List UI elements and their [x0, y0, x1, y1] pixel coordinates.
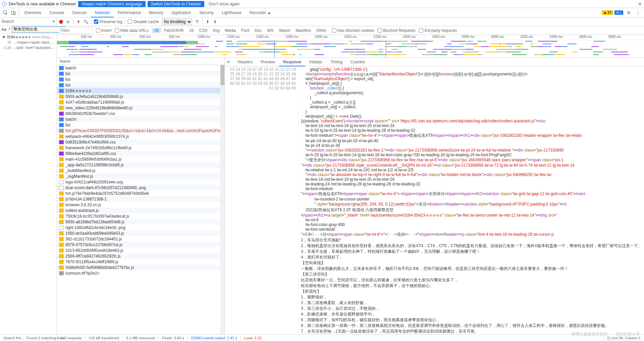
match-case-toggle[interactable]: Aa [1, 27, 6, 32]
request-row[interactable]: list [57, 82, 224, 88]
type-chip-wasm[interactable]: Wasm [277, 28, 293, 33]
detail-tab-timing[interactable]: Timing [326, 58, 346, 66]
detail-tab-cookies[interactable]: Cookies [346, 58, 369, 66]
throttling-select[interactable]: No throttling [162, 18, 192, 25]
request-row[interactable]: main-41c5869fe53bfb89cba1.js [57, 156, 224, 162]
request-row[interactable]: 4247-e5d9cda9aa71198996a0.js [57, 99, 224, 105]
third-party-checkbox[interactable]: 3rd-party requests [419, 28, 457, 33]
search-icon[interactable]: 🔍 [84, 19, 88, 24]
request-row[interactable]: 1513-651b0936f61ed418e463.js [57, 247, 224, 253]
filter-icon[interactable]: ▼ [76, 19, 81, 24]
request-row[interactable]: 362-d11b1731b072dc284451.js [57, 236, 224, 242]
request-row[interactable]: 5500-acfe6a2a5228b6059b90.js [57, 94, 224, 99]
disable-cache-checkbox[interactable]: Disable cache [128, 19, 159, 24]
type-chip-doc[interactable]: Doc [252, 28, 264, 33]
tab-elements[interactable]: Elements [20, 8, 45, 17]
request-row[interactable]: 8576-57573c6cc227bfe007ce.js [57, 242, 224, 247]
request-row[interactable]: js?id=UA-138671306-1 [57, 196, 224, 202]
search-result-line[interactable]: 39...</span><span class="tw-mx-... [0, 40, 57, 45]
inspect-element-icon[interactable] [1, 9, 9, 17]
request-row[interactable]: 98be4ae4239a2d81af95.css [57, 151, 224, 156]
request-row[interactable]: _ssgManifest.js [57, 173, 224, 179]
type-chip-ws[interactable]: WS [265, 28, 276, 33]
regex-toggle[interactable]: .* [8, 27, 10, 32]
scrollbar[interactable] [220, 65, 224, 334]
type-chip-img[interactable]: Img [210, 28, 222, 33]
request-row[interactable]: list [57, 76, 224, 82]
messages-badge[interactable]: ✉ 1 [614, 10, 623, 15]
switch-language-button[interactable]: Switch DevTools to Chinese [148, 1, 204, 7]
request-row[interactable]: 7670-5f116f5a4cc9bff1f889.js [57, 259, 224, 265]
hide-data-urls-checkbox[interactable]: Hide data URLs [115, 28, 149, 33]
request-row[interactable]: 1550-dc0aa93cdd09ee045e53.js [57, 230, 224, 236]
search-result-file[interactable]: ▼ 3164-x-x-x-x-x www.dongchedi.c... [0, 34, 57, 40]
detail-tab-initiator[interactable]: Initiator [305, 58, 326, 66]
request-row[interactable]: batch/ [57, 65, 224, 71]
detail-tab-response[interactable]: Response [279, 58, 305, 66]
request-row[interactable]: 75fc9c18-bc3f17b0397a43adecaf.js [57, 213, 224, 219]
type-chip-font[interactable]: Font [239, 28, 252, 33]
column-name[interactable]: Name [57, 58, 224, 65]
request-row[interactable]: dcar-score-dark-87c56c057d212380f4f0..pn… [57, 185, 224, 190]
tab-performance[interactable]: Performance [114, 8, 145, 17]
tab-lighthouse[interactable]: Lighthouse [218, 8, 246, 17]
type-chip-other[interactable]: Other [314, 28, 329, 33]
tab-recorder[interactable]: Recorder ▲ [246, 8, 275, 17]
detail-tab-headers[interactable]: Headers [233, 58, 257, 66]
request-row[interactable]: fd8280402f53b7bedde7.css [57, 111, 224, 116]
detail-close-icon[interactable]: ✕ [227, 60, 233, 64]
request-row[interactable]: _app-4a5c2721158596c3cb95.js [57, 162, 224, 168]
tab-application[interactable]: Application [167, 8, 195, 17]
request-row[interactable]: hm.gif?hca=0363D7F939DD012B&cc=1&ck=1&cl… [57, 128, 224, 133]
type-chip-fetchxhr[interactable]: Fetch/XHR [162, 28, 186, 33]
match-language-button[interactable]: Always match Chrome's language [78, 1, 146, 7]
wifi-icon[interactable] [195, 19, 200, 24]
download-icon[interactable]: ⬇ [213, 19, 217, 24]
more-icon[interactable]: ⋮ [634, 9, 642, 17]
request-row[interactable]: hm.js?3e79ab9e4da287b5752d8048743b95e6 [57, 190, 224, 196]
stop-icon[interactable]: ⊘ [66, 19, 70, 24]
type-chip-js[interactable]: JS [187, 28, 196, 33]
request-row[interactable]: new_video-225b4919bd84b08ee60.js [57, 105, 224, 111]
request-row[interactable]: 0d83519d9c47e48c0f84.css [57, 139, 224, 145]
request-row[interactable]: batch/ [57, 116, 224, 122]
request-row[interactable]: browser.3.6.33.cn.js [57, 202, 224, 208]
type-chip-manifest[interactable]: Manifest [293, 28, 313, 33]
request-row[interactable]: _buildManifest.js [57, 168, 224, 173]
tab-security[interactable]: Security [195, 8, 218, 17]
detail-tab-preview[interactable]: Preview [257, 58, 279, 66]
request-row[interactable]: %58id%5D-5ef58966d0de427767bc.js [57, 265, 224, 270]
settings-icon[interactable]: ⚙ [625, 9, 633, 17]
request-row[interactable]: right-1082effd2c4c44c18e30..png [57, 225, 224, 230]
filter-input[interactable] [59, 27, 93, 34]
upload-icon[interactable]: ⬆ [205, 19, 210, 24]
request-row[interactable]: framework-2e74f92b5d96c1cf6e00.js [57, 145, 224, 151]
invert-checkbox[interactable]: Invert [96, 28, 111, 33]
type-chip-media[interactable]: Media [222, 28, 238, 33]
dont-show-again-button[interactable]: Don't show again [206, 1, 243, 7]
record-icon[interactable] [59, 20, 63, 24]
response-body[interactable]: 13 14 15 16 17 18 19 20 21 22 23 24 25 2… [225, 66, 644, 334]
request-row[interactable]: logo-fcf421caf44b23091eee.svg [57, 179, 224, 185]
request-row[interactable]: icomoon.ttf?qi3n2= [57, 270, 224, 276]
blocked-cookies-checkbox[interactable]: Has blocked cookies [332, 28, 374, 33]
tab-sources[interactable]: Sources [68, 8, 91, 17]
request-row[interactable]: 2569-4ff7ce842746265292fc.js [57, 253, 224, 259]
request-row[interactable]: webpack-e9642e06f03058fc2374.js [57, 133, 224, 139]
warnings-badge[interactable]: ▲ 17 [602, 10, 613, 15]
request-row[interactable]: list [57, 71, 224, 76]
tab-console[interactable]: Console [45, 8, 68, 17]
device-toolbar-icon[interactable] [9, 9, 17, 17]
request-row[interactable]: collect-autotrack.js [57, 208, 224, 213]
search-result-line[interactable]: 1136...lank" href="/auto/series/523... [0, 45, 57, 50]
preserve-log-checkbox[interactable]: Preserve log [94, 19, 122, 24]
close-icon[interactable]: ✕ [638, 1, 642, 7]
search-close-icon[interactable]: ✕ [52, 19, 55, 24]
request-row[interactable]: list [57, 122, 224, 128]
tab-network[interactable]: Network [91, 8, 114, 17]
type-chip-all[interactable]: All [152, 28, 161, 33]
request-row[interactable]: 3164-x-x-x-x-x [57, 88, 224, 94]
request-row[interactable]: 9930-a8169bd7bb138ae654d8.js [57, 219, 224, 225]
type-chip-css[interactable]: CSS [197, 28, 210, 33]
blocked-requests-checkbox[interactable]: Blocked Requests [378, 28, 416, 33]
